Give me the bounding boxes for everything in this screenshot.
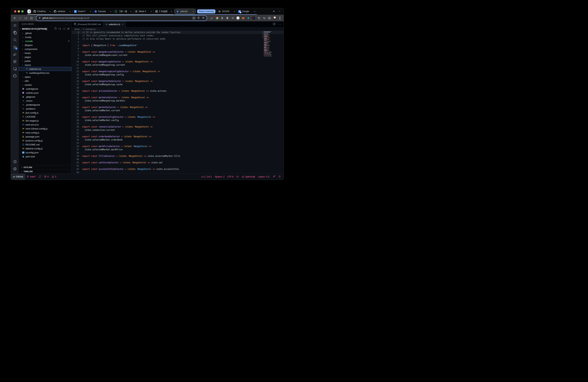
split-editor-icon[interactable] [273,23,275,26]
close-tab-icon[interactable]: × [130,10,132,13]
close-tab-icon[interactable]: × [254,10,255,13]
tree-item-tsconfig.json[interactable]: TStsconfig.json [19,151,71,154]
tree-item-styles[interactable]: ›styles [19,75,71,79]
browser-tab-week-4[interactable]: ZWeek 4× [133,8,153,15]
refresh-icon[interactable] [63,27,65,31]
browser-tab--[interactable]: Z【第一屆× [113,8,133,15]
pink-dots-icon[interactable] [252,17,255,20]
tool-icon[interactable] [220,17,224,20]
forward-button[interactable] [19,17,22,19]
tree-item-lint-staged.js[interactable]: JSlint-staged.js [19,119,71,123]
activity-remote-explorer-icon[interactable] [11,65,19,72]
tree-item-utils[interactable]: ›utils [19,79,71,83]
tree-item-tailwind.config.js[interactable]: JStailwind.config.js [19,147,71,151]
address-bar[interactable]: github.dev/blockworks-foundation/mango-u… [36,16,207,21]
status-spaces-2[interactable]: Spaces: 2 [213,175,226,178]
close-tab-icon[interactable]: × [110,10,111,13]
tab-search-chevron-icon[interactable] [277,10,282,13]
tree-item-public[interactable]: ›public [19,59,71,63]
browser-tab-goerli-f[interactable]: AGoerli F× [72,8,93,15]
tree-item-postcss.config.js[interactable]: JSpostcss.config.js [19,138,71,143]
tree-item-hooks[interactable]: ›hooks [19,51,71,55]
tree-item-vendor[interactable]: ›vendor [19,83,71,87]
browser-tab-z-[interactable]: Z 前端開× [153,8,174,15]
reload-button[interactable] [24,17,27,19]
playlist-icon[interactable] [262,17,266,20]
tree-item-.gitignore[interactable]: ◆.gitignore [19,95,71,99]
close-tab-icon[interactable]: × [90,10,91,13]
tree-item-.eslintignore[interactable]: .eslintignore [19,87,71,91]
tree-item-yarn.lock[interactable]: yarn.lock [19,154,71,158]
bug-icon[interactable] [226,17,229,20]
activity-source-control-icon[interactable]: 1 [11,43,19,51]
code-editor[interactable]: 1// It is generally recommended to defin… [71,31,284,173]
close-tab-icon[interactable]: × [192,10,194,13]
zoom-window-button[interactable] [21,10,23,13]
new-tab-button[interactable]: + [271,9,277,13]
tree-item-license[interactable]: LICENSE [19,115,71,119]
tree-item-next-env.d.ts[interactable]: TSnext-env.d.ts [19,123,71,127]
status-layout-u-s-[interactable]: Layout: U.S. [256,175,271,178]
editor-more-actions-icon[interactable]: ··· [278,23,281,26]
browser-tab-faucets[interactable]: Faucets× [93,8,113,15]
avatar[interactable] [273,17,276,20]
tab-group-z-institute[interactable]: Z institute [27,9,31,13]
tree-item-@types[interactable]: ›@types [19,43,71,47]
minimap[interactable] [264,31,281,56]
tree-item-components[interactable]: ›components [19,47,71,51]
close-tab-icon[interactable]: × [150,10,152,13]
browser-tab-chatroo[interactable]: ChatRoo× [32,8,52,15]
sidebar-section-timeline[interactable]: ›TIMELINE [19,169,71,173]
views-more-actions-icon[interactable]: ··· [65,23,68,25]
tab-group-react-learning[interactable]: React Learning [197,9,215,13]
tree-item-package.json[interactable]: {}package.json [19,134,71,138]
status-feedback-icon[interactable] [271,175,277,178]
breadcrumbs[interactable]: stores › TS selectors.ts › … [71,27,284,31]
activity-account-icon[interactable] [11,158,19,165]
tree-item-.prettierignore[interactable]: ≡.prettierignore [19,103,71,107]
tree-item-.nvmrc[interactable]: ≡.nvmrc [19,99,71,103]
menu-kebab-icon[interactable] [278,17,281,20]
collapse-icon[interactable] [67,27,70,31]
share-icon[interactable] [197,17,200,20]
tree-item-stores[interactable]: ›stores [19,63,71,67]
close-tab-icon[interactable]: × [234,10,235,13]
translate-icon[interactable]: G [193,17,195,19]
status-ln-1-col-1[interactable]: Ln 1, Col 1 [200,175,213,178]
tree-item-selectors.ts[interactable]: TSselectors.ts [19,67,71,71]
tree-item-.prettierrc[interactable]: ≡.prettierrc [19,107,71,111]
react-icon[interactable] [247,17,250,20]
braces-icon[interactable]: {…} [236,17,239,20]
status-github[interactable]: ><GitHub [11,174,25,180]
close-tab-icon[interactable]: × [49,10,50,13]
breadcrumb-item[interactable]: stores [74,28,80,30]
new-folder-icon[interactable] [59,27,61,31]
status-0[interactable]: 0 [50,175,58,178]
close-tab-icon[interactable]: × [171,10,172,13]
browser-tab-202209[interactable]: N202209× [216,8,237,15]
check-icon[interactable] [210,17,213,20]
status-bell-icon[interactable] [277,175,282,178]
breadcrumb-item[interactable]: selectors.ts [86,28,96,30]
minimap-slider[interactable] [262,31,263,38]
status-typescript[interactable]: { }TypeScript [240,175,256,178]
puzzle-icon[interactable] [257,17,260,20]
status-utf-8[interactable]: UTF-8 [226,175,235,178]
new-file-icon[interactable] [54,27,57,31]
sidebar-toggle-icon[interactable] [268,17,271,20]
minimize-window-button[interactable] [18,10,20,13]
activity-gear-icon[interactable] [11,165,19,172]
status-sync-icon[interactable] [37,175,42,178]
tree-item-usemangostore.tsx[interactable]: TSuseMangoStore.tsx [19,71,71,75]
tree-item-readme.md[interactable]: README.md [19,143,71,147]
close-tab-icon[interactable]: × [122,23,124,26]
tree-item-.vscode[interactable]: ›.vscodeA [19,39,71,43]
activity-menu-icon[interactable] [11,22,19,29]
status-lf[interactable]: LF [235,175,240,178]
close-tab-icon[interactable]: × [69,10,71,13]
bookmark-star-icon[interactable] [202,17,205,20]
editor-tab-selectors[interactable]: TS selectors.ts × [103,21,126,27]
home-button[interactable] [30,17,33,19]
colorwheel-icon[interactable] [215,17,218,20]
tree-item-.husky[interactable]: ›.husky [19,35,71,39]
